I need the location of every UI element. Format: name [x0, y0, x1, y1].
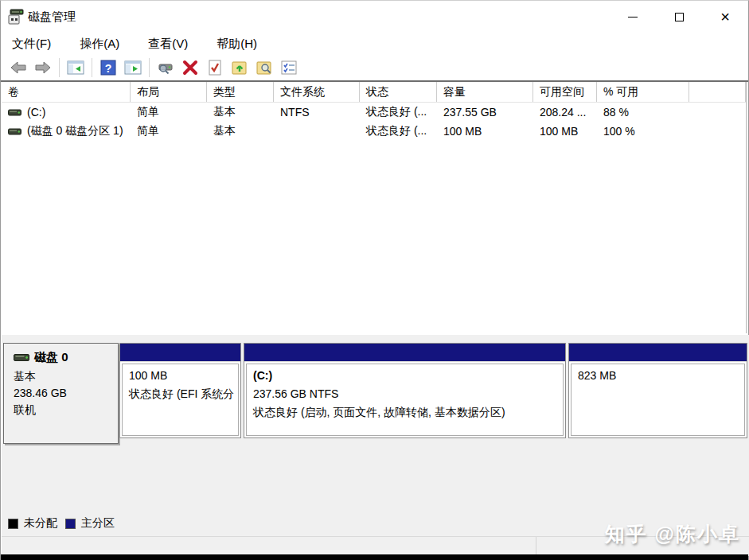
col-capacity[interactable]: 容量	[437, 82, 533, 102]
properties-button[interactable]	[278, 57, 300, 78]
bottom-edge	[1, 554, 748, 560]
col-status[interactable]: 状态	[360, 82, 437, 102]
console-tree-icon	[67, 59, 84, 76]
disk-management-window: 磁盘管理 × 文件(F) 操作(A) 查看(V) 帮助(H)	[0, 0, 749, 560]
col-empty	[689, 82, 746, 102]
volume-name: (C:)	[27, 106, 45, 119]
explore-folder-button[interactable]	[253, 57, 275, 78]
window-title: 磁盘管理	[28, 10, 76, 25]
volume-layout: 简单	[131, 124, 207, 138]
partition-color-bar	[244, 344, 565, 362]
help-button[interactable]: ?	[97, 57, 119, 78]
menu-help[interactable]: 帮助(H)	[217, 34, 270, 54]
volume-icon	[8, 108, 21, 117]
toolbar-separator	[149, 58, 150, 77]
legend-primary-label: 主分区	[81, 516, 115, 531]
legend-unallocated-label: 未分配	[24, 516, 57, 531]
menu-file[interactable]: 文件(F)	[12, 34, 64, 54]
maximize-icon	[675, 13, 684, 21]
status-bar-divider	[536, 537, 536, 556]
primary-swatch	[65, 519, 76, 529]
volume-list-header: 卷 布局 类型 文件系统 状态 容量 可用空间 % 可用	[2, 82, 746, 103]
menu-action[interactable]: 操作(A)	[80, 34, 132, 54]
disk0-info-panel[interactable]: 磁盘 0 基本 238.46 GB 联机	[3, 343, 119, 444]
minimize-icon	[628, 17, 638, 18]
properties-icon	[280, 59, 298, 76]
disk-size: 238.46 GB	[14, 385, 118, 402]
partition-size: 100 MB	[129, 367, 238, 385]
delete-volume-icon	[181, 59, 199, 76]
disk-status: 联机	[14, 402, 118, 418]
partition-status: 状态良好 (EFI 系统分	[129, 385, 238, 403]
volume-pct-free: 100 %	[597, 125, 689, 138]
partition-status: 状态良好 (启动, 页面文件, 故障转储, 基本数据分区)	[253, 403, 563, 422]
partition-efi[interactable]: 100 MB 状态良好 (EFI 系统分	[119, 343, 241, 438]
volume-list: 卷 布局 类型 文件系统 状态 容量 可用空间 % 可用 (C:) 简单 基本 …	[2, 82, 747, 333]
back-icon	[10, 59, 27, 76]
rescan-disks-button[interactable]	[154, 57, 177, 78]
legend: 未分配 主分区	[8, 516, 115, 531]
volume-pct-free: 88 %	[597, 106, 689, 119]
minimize-button[interactable]	[610, 1, 656, 33]
volume-fs: NTFS	[274, 106, 360, 119]
menu-bar: 文件(F) 操作(A) 查看(V) 帮助(H)	[1, 33, 748, 55]
volume-status: 状态良好 (...	[360, 124, 437, 138]
forward-icon	[34, 59, 52, 76]
col-pct-free[interactable]: % 可用	[597, 82, 689, 102]
volume-capacity: 237.55 GB	[437, 106, 533, 119]
rescan-disks-icon	[157, 59, 174, 76]
help-icon: ?	[99, 59, 117, 76]
volume-row-c[interactable]: (C:) 简单 基本 NTFS 状态良好 (... 237.55 GB 208.…	[2, 103, 746, 122]
watermark: 知乎 @陈小卓	[605, 521, 740, 547]
toolbar: ?	[1, 55, 748, 80]
volume-row-partition1[interactable]: (磁盘 0 磁盘分区 1) 简单 基本 状态良好 (... 100 MB 100…	[2, 122, 746, 141]
volume-free: 100 MB	[533, 125, 597, 138]
close-icon: ×	[720, 9, 730, 25]
col-type[interactable]: 类型	[207, 82, 274, 102]
partition-name: (C:)	[253, 367, 563, 385]
disk-management-app-icon	[7, 8, 25, 25]
open-folder-button[interactable]	[228, 57, 251, 78]
unallocated-swatch	[8, 519, 18, 529]
back-button[interactable]	[7, 57, 29, 78]
check-volume-button[interactable]	[204, 57, 226, 78]
legend-primary: 主分区	[65, 516, 115, 531]
open-folder-icon	[231, 59, 248, 76]
partition-recovery[interactable]: 823 MB	[568, 343, 747, 438]
explore-folder-icon	[256, 59, 273, 76]
title-bar: 磁盘管理 ×	[1, 1, 748, 33]
toolbar-separator	[92, 58, 92, 77]
forward-button[interactable]	[32, 57, 54, 78]
partition-size: 237.56 GB NTFS	[253, 385, 563, 403]
volume-name: (磁盘 0 磁盘分区 1)	[27, 124, 123, 138]
col-volume[interactable]: 卷	[2, 82, 131, 102]
partition-color-bar	[120, 344, 240, 362]
volume-type: 基本	[207, 105, 274, 119]
menu-view[interactable]: 查看(V)	[148, 34, 201, 54]
col-layout[interactable]: 布局	[131, 82, 207, 102]
disk-icon	[14, 352, 29, 363]
close-button[interactable]: ×	[702, 1, 748, 33]
legend-unallocated: 未分配	[8, 516, 57, 531]
show-hide-icon	[124, 59, 142, 76]
maximize-button[interactable]	[656, 1, 702, 33]
volume-layout: 简单	[131, 105, 207, 119]
show-hide-button[interactable]	[122, 57, 144, 78]
volume-status: 状态良好 (...	[360, 105, 437, 119]
toolbar-separator	[59, 58, 60, 77]
delete-volume-button[interactable]	[179, 57, 201, 78]
disk-type: 基本	[14, 368, 118, 385]
svg-text:?: ?	[105, 62, 112, 75]
check-volume-icon	[206, 59, 224, 76]
col-filesystem[interactable]: 文件系统	[274, 82, 360, 102]
partition-color-bar	[569, 344, 747, 362]
volume-type: 基本	[207, 124, 274, 138]
volume-free: 208.24 ...	[533, 106, 597, 119]
volume-capacity: 100 MB	[437, 125, 533, 138]
col-free-space[interactable]: 可用空间	[533, 82, 597, 102]
console-tree-button[interactable]	[64, 57, 87, 78]
volume-icon	[8, 127, 21, 136]
partition-c[interactable]: (C:) 237.56 GB NTFS 状态良好 (启动, 页面文件, 故障转储…	[244, 343, 566, 438]
disk-name: 磁盘 0	[34, 350, 68, 365]
partition-size: 823 MB	[578, 367, 744, 385]
